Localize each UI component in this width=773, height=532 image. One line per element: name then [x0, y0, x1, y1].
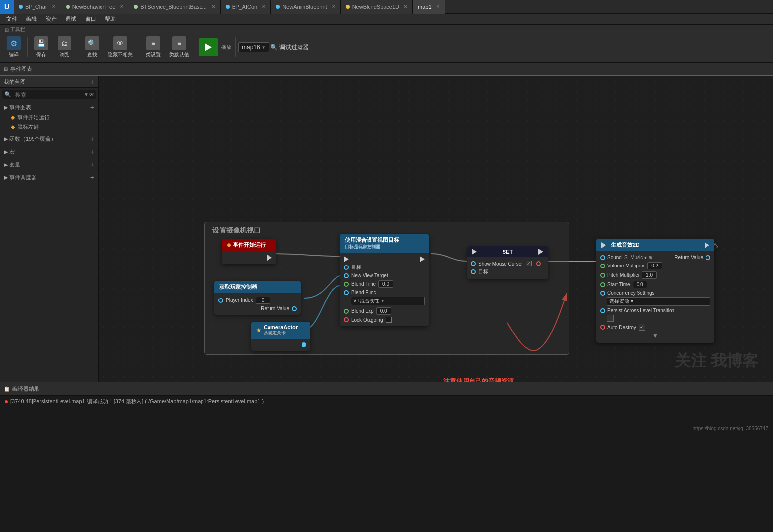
class-defaults-button[interactable]: ≡ 类默认值	[166, 35, 193, 60]
search-filter-icon[interactable]: ▼	[84, 92, 89, 97]
tab-close-btservice[interactable]: ✕	[211, 4, 215, 9]
sidebar-section-func-header[interactable]: ▶ 函数（199个覆盖） +	[0, 133, 98, 144]
sidebar-item-event-begin[interactable]: ◆ 事件开始运行	[0, 113, 98, 122]
sidebar-add-func[interactable]: +	[90, 135, 94, 143]
debug-dropdown[interactable]: map16 ▼	[238, 42, 269, 52]
sidebar-add-graph[interactable]: +	[90, 103, 94, 111]
save-button[interactable]: 💾 保存	[30, 35, 52, 60]
sidebar-add-dispatch[interactable]: +	[90, 173, 94, 181]
set-view-exec-in	[340, 255, 429, 263]
blendfunc-select[interactable]: VT混合线性 ▼	[351, 297, 425, 305]
menu-help[interactable]: 帮助	[101, 14, 120, 24]
menu-asset[interactable]: 资产	[42, 14, 61, 24]
tab-blendspace[interactable]: NewBlendSpace1D ✕	[341, 0, 413, 14]
hide-button[interactable]: 👁 隐藏不相关	[104, 35, 136, 60]
class-settings-button[interactable]: ≡ 类设置	[142, 35, 165, 60]
pitch-value[interactable]: 1.0	[642, 271, 657, 279]
event-graph-panel-header: ⊞ 事件图表	[0, 63, 773, 76]
tab-close-bt[interactable]: ✕	[120, 4, 124, 9]
node-spawn-sound[interactable]: 生成音效2D Sound S_Music ▾ ⊕ Return Value	[596, 239, 714, 343]
spawn-sound-resize-icon[interactable]: ⤡	[713, 241, 719, 249]
sound-pin: Sound S_Music ▾ ⊕ Return Value	[596, 254, 714, 261]
menu-window[interactable]: 窗口	[81, 14, 100, 24]
menu-file[interactable]: 文件	[2, 14, 21, 24]
toolbar-sep-5	[235, 37, 236, 57]
volume-value[interactable]: 0.2	[647, 262, 662, 269]
sidebar-section-var-header[interactable]: ▶ 变量 +	[0, 159, 98, 170]
node-get-player-controller[interactable]: 获取玩家控制器 Player Index 0 Return Value	[214, 281, 301, 315]
sidebar-section-dispatch-header[interactable]: ▶ 事件调度器 +	[0, 172, 98, 183]
save-icon: 💾	[34, 36, 48, 50]
browse-button[interactable]: 🗂 浏览	[53, 35, 75, 60]
tab-btservice[interactable]: BTService_BlueprintBase... ✕	[129, 0, 221, 14]
player-index-value[interactable]: 0	[256, 297, 270, 304]
node-set[interactable]: SET Show Mouse Cursor ✓ 目标	[467, 246, 548, 279]
set-title: SET	[479, 249, 536, 255]
toolbar-sep-3	[139, 37, 139, 57]
play-button[interactable]	[199, 38, 218, 56]
node-camera-actor[interactable]: ★ CameraActor 从固定关卡	[251, 322, 310, 351]
set-view-subtitle: 目标是玩家控制器	[345, 244, 399, 250]
tab-anim[interactable]: NewAnimBlueprint ✕	[271, 0, 340, 14]
blendexp-value[interactable]: 0.0	[376, 307, 391, 315]
canvas-area: ★ ◀ ▶ ⊞ ⊞ map1 › 事件图表 缩放-1	[99, 76, 773, 382]
lockout-checkbox[interactable]	[386, 317, 392, 323]
event-start-title: 事件开始运行	[233, 241, 266, 249]
starttime-pin: Start Time 0.0	[596, 280, 714, 289]
search-eye-icon[interactable]: 👁	[89, 91, 96, 98]
output-panel-icon: 📋	[4, 386, 10, 392]
bottom-area: 📋 编译器结果 [3740.48]PersistentLevel.map1 编译…	[0, 382, 773, 423]
sidebar-search-box[interactable]: 🔍 ▼ 👁	[2, 90, 96, 99]
sidebar-item-mouse-left[interactable]: ◆ 鼠标左键	[0, 122, 98, 132]
search-input[interactable]	[13, 91, 84, 99]
canvas-background[interactable]: 设置摄像机视口 ◆ 事件开始运行 获取玩家控制器	[99, 76, 773, 382]
play-icon	[205, 43, 212, 51]
sidebar-section-macro-header[interactable]: ▶ 宏 +	[0, 146, 98, 157]
sidebar-section-graph-header[interactable]: ▶ 事件图表 +	[0, 102, 98, 113]
expand-icon[interactable]: ▼	[596, 332, 714, 340]
tab-close-aicon[interactable]: ✕	[262, 4, 266, 9]
toolbar-sep-4	[196, 37, 196, 57]
set-target-pin-icon	[471, 269, 476, 274]
tab-close-map1[interactable]: ✕	[436, 4, 440, 9]
pitch-pin: Pitch Multiplier 1.0	[596, 270, 714, 280]
menu-edit[interactable]: 编辑	[22, 14, 41, 24]
menu-debug[interactable]: 调试	[62, 14, 80, 24]
tab-close-anim[interactable]: ✕	[332, 4, 336, 9]
show-mouse-checkbox[interactable]: ✓	[526, 261, 532, 266]
blendtime-value[interactable]: 0.0	[378, 280, 393, 288]
player-index-label: Player Index	[226, 298, 253, 303]
tab-close-blend[interactable]: ✕	[403, 4, 407, 9]
set-body: Show Mouse Cursor ✓ 目标	[467, 257, 548, 279]
sidebar-section-dispatchers: ▶ 事件调度器 +	[0, 172, 98, 183]
find-button[interactable]: 🔍 查找	[81, 35, 103, 60]
node-set-view-target[interactable]: 使用混合设置视图目标 目标是玩家控制器 目标	[340, 234, 429, 326]
set-view-title-area: 使用混合设置视图目标 目标是玩家控制器	[345, 236, 399, 250]
tab-behavior-tree[interactable]: NewBehaviorTree ✕	[61, 0, 130, 14]
event-start-header: ◆ 事件开始运行	[222, 239, 276, 251]
node-event-start[interactable]: ◆ 事件开始运行	[222, 239, 276, 264]
sidebar-add-btn[interactable]: +	[90, 78, 94, 86]
sidebar-add-macro[interactable]: +	[90, 148, 94, 156]
sidebar: 我的蓝图 + 🔍 ▼ 👁 ▶ 事件图表 + ◆ 事件开始运行 ◆ 鼠标左键	[0, 76, 99, 382]
tab-map1[interactable]: map1 ✕	[413, 0, 445, 14]
tab-icon-blend	[346, 5, 350, 9]
toolbar-sep-1	[27, 37, 28, 57]
tab-close-bp-char[interactable]: ✕	[52, 4, 56, 9]
tab-bp-char[interactable]: BP_Char ✕	[14, 0, 61, 14]
persist-checkbox[interactable]	[607, 315, 614, 322]
starttime-value[interactable]: 0.0	[633, 281, 647, 288]
debug-filter-label: 调试过滤器	[279, 43, 309, 52]
sound-value[interactable]: S_Music ▾ ⊕	[624, 255, 652, 260]
concurrency-select[interactable]: 选择资源 ▾	[607, 297, 710, 306]
autodestroy-checkbox[interactable]: ✓	[639, 324, 645, 331]
compile-button[interactable]: ⚙ 编译	[2, 35, 25, 60]
tab-icon-bt	[66, 5, 70, 9]
camera-actor-body	[251, 339, 310, 351]
output-text-0: [3740.48]PersistentLevel.map1 编译成功！[374 …	[10, 398, 264, 405]
menu-bar: 文件 编辑 资产 调试 窗口 帮助	[0, 14, 773, 25]
tab-aicon[interactable]: BP_AICon ✕	[221, 0, 271, 14]
set-target-pin: 目标	[467, 267, 548, 276]
sidebar-add-var[interactable]: +	[90, 161, 94, 168]
newtarget-label: New View Target	[351, 273, 388, 278]
